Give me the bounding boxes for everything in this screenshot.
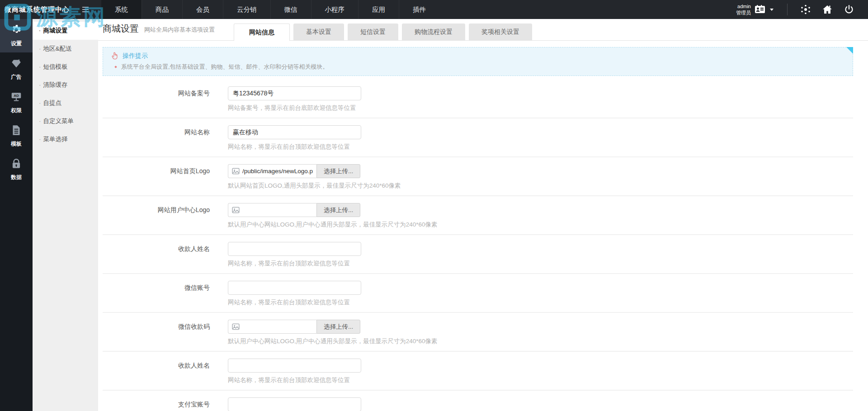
form-row-wechat-qr: 微信收款码 选择上传... 默认用户中心网站LOGO,用户中心通用头部显示，最佳…	[103, 313, 853, 352]
wechat-account-input[interactable]	[228, 281, 361, 295]
sidebar-item-permissions[interactable]: AD 权限	[0, 86, 33, 119]
field-label: 支付宝账号	[103, 397, 210, 411]
power-icon[interactable]	[844, 4, 854, 15]
nav-item-goods[interactable]: 商品	[142, 0, 182, 19]
form-row-usercenter-logo: 网站用户中心Logo 选择上传... 默认用户中心网站LOGO,用户中心通用头部…	[103, 196, 853, 235]
sidebar-item-data[interactable]: 数据	[0, 153, 33, 186]
menu-toggle-icon[interactable]	[76, 0, 95, 19]
diamond-icon	[10, 57, 22, 71]
image-icon	[232, 323, 240, 330]
submenu-item-shop-settings[interactable]: 商城设置	[33, 22, 98, 40]
notice-box: 操作提示 系统平台全局设置,包括基础设置、购物、短信、邮件、水印和分销等相关模块…	[103, 47, 853, 76]
submenu-item-sms-template[interactable]: 短信模板	[33, 58, 98, 76]
nav-item-plugins[interactable]: 插件	[399, 0, 439, 19]
user-role: 管理员	[736, 9, 751, 16]
nav-item-system[interactable]: 系统	[101, 0, 142, 19]
main-content: 商城设置 网站全局内容基本选项设置 网站信息 基本设置 短信设置 购物流程设置 …	[98, 19, 868, 411]
sidebar-item-label: 模板	[11, 140, 22, 148]
tab-site-info[interactable]: 网站信息	[234, 24, 290, 41]
image-icon	[232, 168, 240, 175]
field-hint: 默认用户中心网站LOGO,用户中心通用头部显示，最佳显示尺寸为240*60像素	[228, 221, 438, 229]
icp-number-input[interactable]	[228, 86, 361, 100]
field-hint: 默认网站首页LOGO,通用头部显示，最佳显示尺寸为240*60像素	[228, 182, 401, 190]
home-logo-upload: /public/images/newLogo.pn 选择上传...	[228, 164, 401, 178]
field-label: 网站名称	[103, 125, 210, 151]
upload-filename: /public/images/newLogo.pn	[242, 168, 313, 175]
field-hint: 网站名称，将显示在前台顶部欢迎信息等位置	[228, 298, 361, 307]
chevron-down-icon	[770, 9, 774, 11]
user-info: admin 管理员	[736, 3, 751, 16]
field-label: 网站用户中心Logo	[103, 203, 210, 229]
submenu-item-menu-select[interactable]: 菜单选择	[33, 130, 98, 148]
field-hint: 网站名称，将显示在前台顶部欢迎信息等位置	[228, 143, 361, 151]
image-icon	[232, 207, 240, 213]
sidebar-item-templates[interactable]: 模板	[0, 119, 33, 153]
sidebar-item-settings[interactable]: 设置	[0, 19, 33, 52]
hand-pointer-icon	[110, 52, 119, 60]
form-row-site-name: 网站名称 网站名称，将显示在前台顶部欢迎信息等位置	[103, 118, 853, 157]
payee-name-input[interactable]	[228, 242, 361, 256]
settings-form: 网站备案号 网站备案号，将显示在前台底部欢迎信息等位置 网站名称 网站名称，将显…	[103, 80, 853, 411]
upload-button[interactable]: 选择上传...	[316, 164, 360, 178]
nav-item-distribution[interactable]: 云分销	[223, 0, 270, 19]
notice-title: 操作提示	[123, 52, 148, 60]
sidebar-item-label: 权限	[11, 107, 22, 114]
field-hint: 网站备案号，将显示在前台底部欢迎信息等位置	[228, 104, 361, 112]
tab-sms-settings[interactable]: 短信设置	[348, 24, 398, 40]
tab-basic-settings[interactable]: 基本设置	[293, 24, 344, 40]
sidebar-item-label: 广告	[11, 73, 22, 81]
form-row-icp: 网站备案号 网站备案号，将显示在前台底部欢迎信息等位置	[103, 80, 853, 118]
gear-icon	[10, 24, 22, 38]
field-label: 网站首页Logo	[103, 164, 210, 190]
ad-board-icon: AD	[10, 91, 22, 104]
field-hint: 默认用户中心网站LOGO,用户中心通用头部显示，最佳显示尺寸为240*60像素	[228, 337, 438, 345]
field-label: 收款人姓名	[103, 359, 210, 384]
user-menu[interactable]: admin 管理员	[736, 3, 780, 16]
nav-item-members[interactable]: 会员	[182, 0, 223, 19]
payee-name-2-input[interactable]	[228, 359, 361, 373]
user-center-logo-upload: 选择上传...	[228, 203, 438, 217]
page-title: 商城设置	[103, 23, 139, 35]
upload-button[interactable]: 选择上传...	[316, 320, 360, 334]
user-name: admin	[736, 3, 751, 9]
nav-item-miniprogram[interactable]: 小程序	[311, 0, 359, 19]
upload-filename-box[interactable]	[228, 203, 316, 217]
divider	[787, 4, 788, 15]
sidebar-item-label: 设置	[11, 40, 22, 47]
sidebar-item-ads[interactable]: 广告	[0, 52, 33, 86]
upload-filename-box[interactable]: /public/images/newLogo.pn	[228, 164, 316, 178]
alipay-account-input[interactable]	[228, 397, 361, 411]
field-label: 微信收款码	[103, 320, 210, 345]
form-row-alipay-account: 支付宝账号 网站名称，将显示在前台顶部欢迎信息等位置	[103, 391, 853, 411]
submenu-item-clear-cache[interactable]: 清除缓存	[33, 76, 98, 94]
submenu-item-region-delivery[interactable]: 地区&配送	[33, 40, 98, 58]
page-subtitle: 网站全局内容基本选项设置	[144, 26, 215, 34]
svg-text:AD: AD	[14, 94, 19, 98]
corner-fold-icon	[846, 47, 853, 54]
site-name-input[interactable]	[228, 125, 361, 139]
upload-button[interactable]: 选择上传...	[316, 203, 360, 217]
form-row-home-logo: 网站首页Logo /public/images/newLogo.pn 选择上传.…	[103, 157, 853, 196]
tab-prize-settings[interactable]: 奖项相关设置	[469, 24, 532, 40]
secondary-sidebar: 商城设置 地区&配送 短信模板 清除缓存 自提点 自定义菜单 菜单选择	[33, 19, 98, 411]
tab-shopping-flow[interactable]: 购物流程设置	[402, 24, 465, 40]
tab-bar: 网站信息 基本设置 短信设置 购物流程设置 奖项相关设置	[234, 24, 532, 40]
form-row-wechat-account: 微信账号 网站名称，将显示在前台顶部欢迎信息等位置	[103, 274, 853, 313]
document-icon	[10, 124, 22, 138]
sidebar-item-label: 数据	[11, 174, 22, 181]
top-right-toolbar: admin 管理员	[736, 0, 868, 19]
nav-item-wechat[interactable]: 微信	[270, 0, 311, 19]
submenu-item-custom-menu[interactable]: 自定义菜单	[33, 112, 98, 130]
nav-item-apps[interactable]: 应用	[358, 0, 399, 19]
notice-text: 系统平台全局设置,包括基础设置、购物、短信、邮件、水印和分销等相关模块。	[110, 63, 845, 71]
page-header: 商城设置 网站全局内容基本选项设置 网站信息 基本设置 短信设置 购物流程设置 …	[98, 19, 868, 41]
upload-filename-box[interactable]	[228, 320, 316, 334]
field-hint: 网站名称，将显示在前台顶部欢迎信息等位置	[228, 376, 361, 384]
field-label: 微信账号	[103, 281, 210, 307]
submenu-item-pickup-point[interactable]: 自提点	[33, 94, 98, 112]
form-row-payee-name: 收款人姓名 网站名称，将显示在前台顶部欢迎信息等位置	[103, 235, 853, 274]
network-icon[interactable]	[800, 4, 811, 15]
home-icon[interactable]	[822, 4, 833, 15]
app-title: 微商城系统管理中心	[0, 0, 76, 19]
field-label: 收款人姓名	[103, 242, 210, 268]
